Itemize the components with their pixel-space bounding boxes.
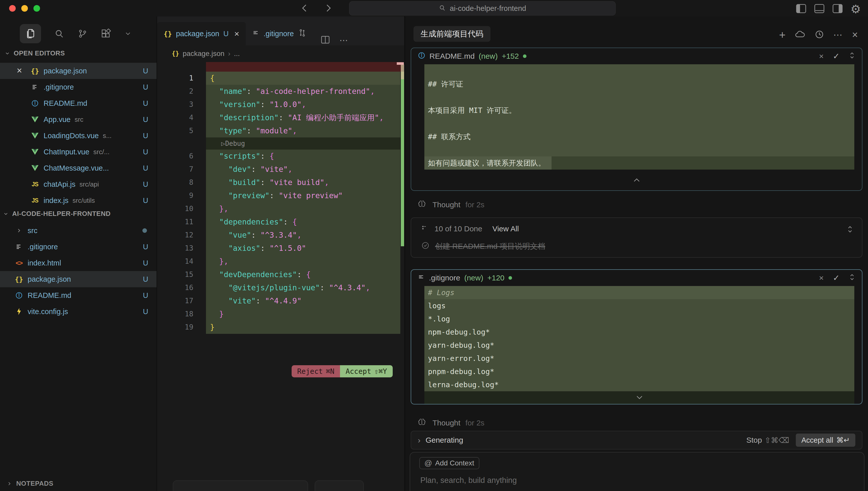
card-reject-icon[interactable]: × [819,52,824,61]
untracked-badge: U [143,180,148,189]
sidebar-item-package.json[interactable]: {}package.jsonU [0,271,157,287]
stop-button[interactable]: Stop ⇧⌘⌫ [747,436,789,445]
code-line-11[interactable]: 11 "dependencies": { [157,215,400,229]
card-collapse-footer[interactable] [411,170,862,190]
sidebar-item-src[interactable]: src [0,223,157,239]
code-line-12[interactable]: 12 "vue": "^3.3.4", [157,229,400,242]
add-context-chip[interactable]: @ Add Context [419,457,479,469]
code-line-6[interactable]: 6 "scripts": { [157,150,400,163]
sidebar-item-chatinput.vue[interactable]: ChatInput.vuesrc/...U [0,144,157,160]
close-window-button[interactable] [9,5,16,12]
maximize-window-button[interactable] [33,5,40,12]
sidebar-item-.gitignore[interactable]: .gitignoreU [0,79,157,95]
code-line-17[interactable]: 17 "vite": "^4.4.9" [157,294,400,308]
notepads-section[interactable]: NOTEPADS [7,480,53,487]
search-view-icon[interactable] [54,29,64,39]
cloud-icon[interactable] [795,30,806,40]
forward-icon[interactable] [323,3,334,14]
more-actions-icon[interactable]: ⋯ [833,30,843,40]
card-accept-icon[interactable]: ✓ [833,51,840,61]
sidebar-item-chatmessage.vue...[interactable]: ChatMessage.vue...U [0,160,157,176]
code-line-5[interactable]: 5 "type": "module", [157,124,400,138]
floating-toolbar-ghost[interactable] [315,480,364,491]
reject-button[interactable]: Reject ⌘N [292,365,340,377]
breadcrumb-more[interactable]: ... [234,50,240,58]
open-editors-header[interactable]: OPEN EDITORS [5,49,157,57]
code-line-10[interactable]: 10 }, [157,202,400,215]
code-line-13[interactable]: 13 "axios": "^1.5.0" [157,242,400,255]
sidebar-item-chatapi.js[interactable]: JSchatApi.jssrc/apiU [0,176,157,192]
generating-toggle[interactable]: › Generating [418,436,463,445]
source-control-icon[interactable] [78,29,88,39]
sidebar-item-app.vue[interactable]: App.vuesrcU [0,111,157,127]
card-file-name[interactable]: README.md [429,52,474,60]
diff-overview-deleted-mark [397,62,404,65]
accept-button[interactable]: Accept ⇧⌘Y [340,365,393,377]
code-line-8[interactable]: 8 "build": "vite build", [157,176,400,189]
breadcrumb[interactable]: {} package.json › ... [157,45,404,62]
toggle-bottom-panel-icon[interactable] [814,4,825,15]
code-line-3[interactable]: 3 "version": "1.0.0", [157,98,400,111]
sidebar-item-.gitignore[interactable]: .gitignoreU [0,239,157,255]
todo-expand-icon[interactable] [847,225,853,235]
card-accept-icon[interactable]: ✓ [833,273,840,283]
thought-row[interactable]: Thought for 2s [418,417,484,428]
card-expand-icon[interactable] [849,273,855,283]
code-line-14[interactable]: 14 }, [157,255,400,268]
floating-toolbar-ghost[interactable] [173,480,308,491]
code-line-7[interactable]: 7 "dev": "vite", [157,163,400,176]
code-line-4[interactable]: 4 "description": "AI 编程小助手前端应用", [157,111,400,124]
more-views-chevron-icon[interactable] [124,30,132,37]
thought-row[interactable]: Thought for 2s [418,199,484,210]
explorer-tab[interactable] [20,24,41,43]
close-panel-icon[interactable]: × [852,29,858,40]
card-expand-footer[interactable] [424,391,854,404]
breadcrumb-file[interactable]: package.json [183,50,224,58]
card-reject-icon[interactable]: × [819,273,824,283]
extensions-icon[interactable] [101,29,111,39]
toggle-left-panel-icon[interactable] [796,4,807,15]
sidebar-item-index.html[interactable]: <>index.htmlU [0,255,157,271]
code-line-19[interactable]: 19} [157,321,400,334]
code-line-9[interactable]: 9 "preview": "vite preview" [157,189,400,202]
chat-input-box[interactable]: @ Add Context Plan, search, build anythi… [410,452,864,491]
project-header[interactable]: AI-CODE-HELPER-FRONTEND [3,210,157,218]
toggle-right-panel-icon[interactable] [832,4,843,15]
code-line-16[interactable]: 16 "@vitejs/plugin-vue": "^4.3.4", [157,281,400,294]
sidebar-item-vite.config.js[interactable]: vite.config.jsU [0,304,157,320]
scrollbar-slider[interactable] [401,64,404,79]
tab-gitignore[interactable]: .gitignore [246,22,313,45]
split-editor-icon[interactable] [321,35,330,45]
settings-gear-icon[interactable]: ⚙ [850,3,861,15]
history-icon[interactable] [815,30,824,40]
todo-item-row[interactable]: 创建 README.md 项目说明文档 [421,241,545,252]
code-line-15[interactable]: 15 "devDependencies": { [157,268,400,281]
card-expand-icon[interactable] [849,51,855,61]
card-file-name[interactable]: .gitignore [429,273,460,282]
sidebar-item-package.json[interactable]: ×{}package.jsonU [0,63,157,79]
sidebar-item-loadingdots.vue[interactable]: LoadingDots.vues...U [0,127,157,144]
code-line-2[interactable]: 2 "name": "ai-code-helper-frontend", [157,85,400,98]
todo-summary-row[interactable]: 10 of 10 Done View All [421,224,519,233]
accept-all-button[interactable]: Accept all ⌘↵ [796,434,855,447]
close-editor-icon[interactable]: × [17,63,22,79]
sidebar-item-index.js[interactable]: JSindex.jssrc/utilsU [0,192,157,208]
minimize-window-button[interactable] [21,5,28,12]
code-line-18[interactable]: 18 } [157,308,400,321]
chat-tab[interactable]: 生成前端项目代码 [413,26,490,42]
todo-view-all[interactable]: View All [492,225,519,233]
diff-compare-icon[interactable] [298,29,306,39]
tab-package-json[interactable]: {} package.json U × [157,22,246,45]
code-editor[interactable]: 1{2 "name": "ai-code-helper-frontend",3 … [157,62,404,491]
debug-code-lens[interactable]: ▷Debug [157,138,400,150]
more-actions-icon[interactable]: ⋯ [340,35,349,45]
back-icon[interactable] [299,3,310,14]
untracked-badge: U [143,67,148,75]
gitignore-line: logs [424,299,854,312]
sidebar-item-readme.md[interactable]: README.mdU [0,95,157,111]
code-line-1[interactable]: 1{ [157,71,400,85]
command-center-search[interactable]: ai-code-helper-frontend [349,1,616,16]
new-chat-icon[interactable]: + [779,29,786,40]
sidebar-item-readme.md[interactable]: README.mdU [0,287,157,304]
close-tab-icon[interactable]: × [234,29,239,39]
